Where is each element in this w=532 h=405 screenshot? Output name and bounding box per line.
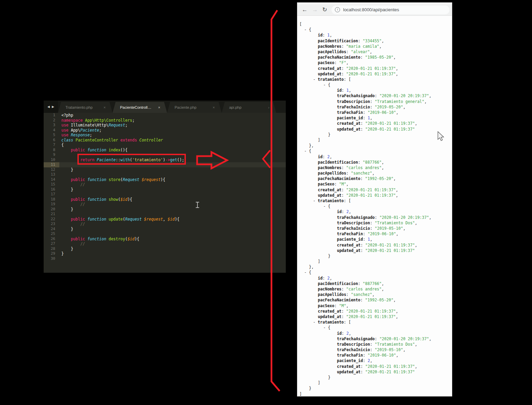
- json-value: ,: [379, 44, 382, 49]
- tab-close-icon[interactable]: ×: [104, 105, 106, 109]
- highlight-box: [77, 154, 186, 165]
- tab-tratamiento-php[interactable]: Tratamiento.php×: [58, 102, 113, 113]
- code-line: 18 public function show($id){: [44, 197, 286, 202]
- collapse-toggle-icon[interactable]: -: [304, 149, 309, 153]
- code-text: //: [59, 182, 85, 187]
- code-line: 12 }: [44, 167, 286, 172]
- code-text: class PacienteController extends Control…: [59, 138, 163, 143]
- url-text[interactable]: localhost:8000/api/pacientes: [343, 7, 399, 12]
- collapse-toggle-icon[interactable]: -: [304, 270, 309, 275]
- json-value: "F": [339, 60, 346, 65]
- json-value: ,: [396, 353, 398, 358]
- collapse-toggle-icon[interactable]: -: [323, 204, 328, 209]
- tab-api-php[interactable]: api.php›: [222, 102, 276, 113]
- json-value: :: [341, 314, 346, 319]
- reload-button[interactable]: ↻: [322, 7, 327, 13]
- json-value: :: [323, 154, 327, 159]
- tab-paciente-php[interactable]: Paciente.php×: [167, 102, 222, 113]
- code-line: 30: [44, 256, 286, 261]
- code-line: 16 }: [44, 187, 286, 192]
- json-key: created_at: [337, 364, 360, 369]
- json-line: ]: [297, 391, 452, 397]
- json-value: :: [360, 243, 365, 247]
- code-line: 25: [44, 231, 286, 237]
- code-text: [59, 162, 61, 167]
- collapse-toggle-icon[interactable]: -: [313, 198, 318, 203]
- json-value: "M": [339, 303, 346, 308]
- info-icon[interactable]: i: [335, 7, 340, 12]
- line-number: 22: [44, 217, 59, 222]
- json-value: :: [346, 49, 351, 54]
- code-text: [59, 231, 61, 237]
- line-number: 9: [44, 152, 59, 158]
- json-key: pacIdentificacion: [318, 39, 358, 43]
- code-text: public function show($id){: [59, 197, 132, 202]
- code-text: }: [59, 187, 73, 192]
- collapse-toggle-icon[interactable]: -: [323, 82, 328, 87]
- json-value: "2020-01-20 20:19:37": [380, 336, 429, 341]
- json-value: ,: [396, 193, 398, 198]
- line-number: 5: [44, 133, 59, 138]
- tab-close-icon[interactable]: ×: [158, 105, 160, 109]
- tab-overflow-icon[interactable]: ›: [268, 105, 269, 109]
- collapse-toggle-icon[interactable]: -: [313, 77, 318, 82]
- json-line: pacSexo: "F",: [297, 60, 452, 65]
- json-value: :: [342, 209, 346, 214]
- address-bar[interactable]: i localhost:8000/api/pacientes: [331, 5, 449, 14]
- json-line: }: [297, 253, 452, 259]
- json-value: "2019-06-10": [368, 231, 396, 236]
- json-key: tratamiento: [318, 77, 344, 82]
- code-line: 1<?php: [44, 113, 286, 118]
- json-value: :: [344, 320, 349, 325]
- json-value: :: [341, 188, 346, 192]
- tab-scroll-right-icon[interactable]: ▶: [52, 105, 54, 108]
- json-line: traDescripcion: "Tratamiento Dos",: [297, 342, 452, 347]
- tab-close-icon[interactable]: ×: [213, 105, 215, 109]
- json-value: 2: [346, 209, 349, 214]
- json-value: "alvear": [351, 49, 370, 54]
- line-number: 13: [44, 172, 59, 177]
- json-key: traDescripcion: [337, 99, 370, 104]
- line-number: 24: [44, 227, 59, 232]
- json-value: ,: [382, 160, 384, 165]
- json-value: "carlos andres": [346, 165, 382, 170]
- forward-button[interactable]: →: [312, 7, 318, 13]
- json-value: ,: [396, 314, 398, 319]
- code-area[interactable]: 1<?php2namespace App\Http\Controllers;3u…: [44, 113, 286, 273]
- json-line: - tratamiento: [: [297, 198, 452, 204]
- code-text: [59, 152, 61, 158]
- json-line: }: [297, 386, 452, 391]
- line-number: 20: [44, 207, 59, 212]
- json-value: ,: [394, 176, 396, 181]
- json-value: ,: [330, 154, 332, 159]
- json-line: updated_at: "2020-01-21 01:19:37": [297, 248, 452, 253]
- json-line: pacIdentificacion: "887766",: [297, 281, 452, 286]
- json-value: ,: [382, 39, 384, 43]
- json-line: - {: [297, 27, 452, 32]
- tab-scroll-left-icon[interactable]: ◀: [47, 105, 50, 108]
- json-value: :: [370, 226, 375, 231]
- json-value: ,: [396, 188, 398, 192]
- json-value: ,: [346, 303, 349, 308]
- json-value: ,: [396, 110, 398, 115]
- json-key: created_at: [318, 309, 341, 314]
- code-text: }: [59, 246, 73, 252]
- collapse-toggle-icon[interactable]: -: [313, 320, 318, 325]
- json-key: pacNombres: [318, 165, 341, 170]
- json-value: "2019-05-10": [375, 226, 403, 231]
- line-number: 11: [44, 162, 59, 167]
- json-key: pacNombres: [318, 44, 341, 49]
- json-value: :: [360, 176, 365, 181]
- line-number: 30: [44, 256, 59, 261]
- collapse-toggle-icon[interactable]: -: [304, 27, 309, 32]
- collapse-toggle-icon[interactable]: -: [323, 325, 328, 330]
- json-value: "2020-01-21 01:19:37": [346, 66, 396, 71]
- json-value: "2020-01-21 01:19:37": [346, 193, 396, 198]
- json-line: pacFechaNacimiento: "1992-05-20",: [297, 297, 452, 303]
- json-value: {: [328, 325, 330, 330]
- tab-pacientecontroller-php[interactable]: PacienteController.php×: [113, 102, 167, 113]
- json-value: :: [370, 99, 375, 104]
- back-button[interactable]: ←: [302, 7, 308, 13]
- json-line: pacNombres: "carlos andres",: [297, 286, 452, 292]
- code-line: 17: [44, 192, 286, 197]
